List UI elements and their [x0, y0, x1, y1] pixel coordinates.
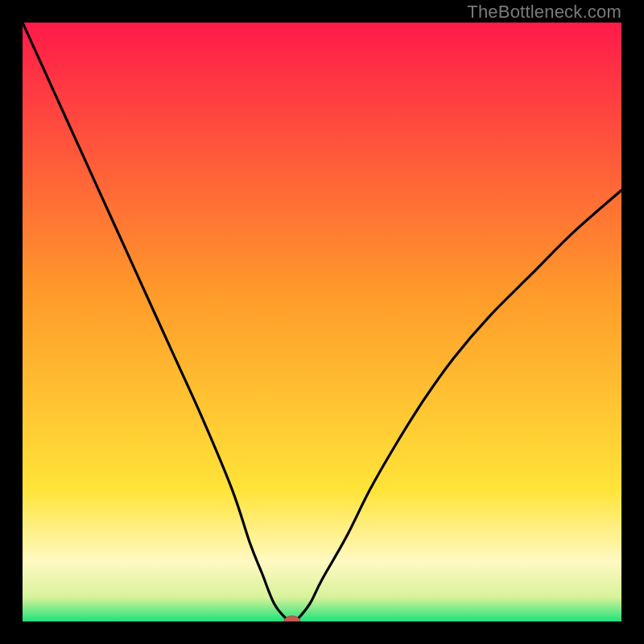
plot-background — [23, 23, 621, 621]
minimum-marker — [284, 616, 300, 627]
chart-frame: TheBottleneck.com — [0, 0, 644, 644]
watermark-text: TheBottleneck.com — [467, 2, 621, 23]
chart-svg — [0, 0, 644, 644]
